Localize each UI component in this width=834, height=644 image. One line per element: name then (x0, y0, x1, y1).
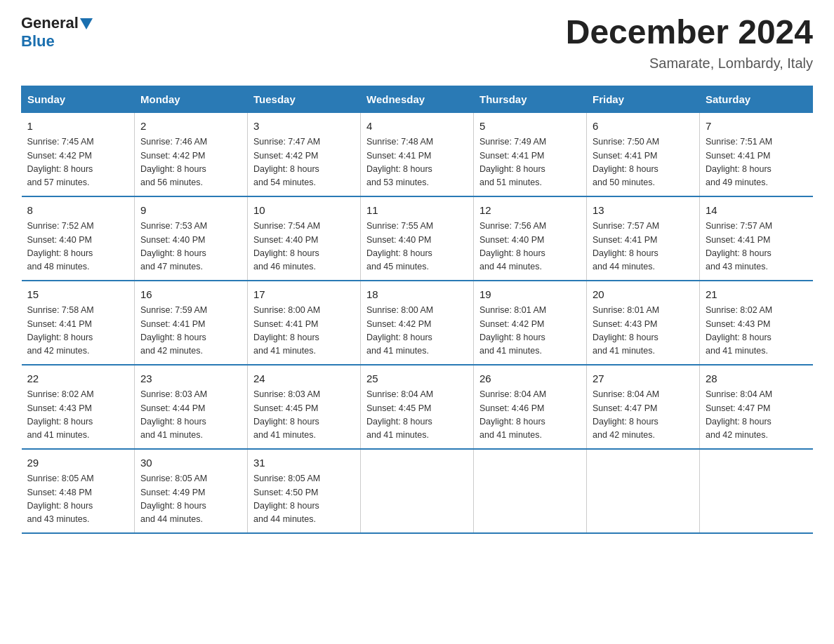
day-number: 9 (140, 203, 241, 219)
day-number: 26 (479, 371, 581, 387)
day-info: Sunrise: 7:52 AMSunset: 4:40 PMDaylight:… (27, 220, 129, 274)
day-info: Sunrise: 7:51 AMSunset: 4:41 PMDaylight:… (706, 135, 807, 190)
day-info: Sunrise: 8:00 AMSunset: 4:41 PMDaylight:… (253, 304, 355, 358)
day-info: Sunrise: 8:05 AMSunset: 4:48 PMDaylight:… (27, 472, 129, 527)
day-info: Sunrise: 8:02 AMSunset: 4:43 PMDaylight:… (706, 304, 807, 358)
day-info: Sunrise: 8:04 AMSunset: 4:46 PMDaylight:… (479, 388, 581, 443)
header-monday: Monday (135, 86, 248, 112)
logo-general: General (21, 14, 79, 32)
table-row: 16Sunrise: 7:59 AMSunset: 4:41 PMDayligh… (135, 281, 248, 365)
day-info: Sunrise: 8:03 AMSunset: 4:45 PMDaylight:… (253, 388, 355, 443)
page-header: General Blue December 2024 Samarate, Lom… (21, 14, 813, 72)
day-number: 25 (366, 371, 468, 387)
weekday-header-row: Sunday Monday Tuesday Wednesday Thursday… (22, 86, 813, 112)
day-info: Sunrise: 8:04 AMSunset: 4:47 PMDaylight:… (706, 388, 807, 443)
table-row: 26Sunrise: 8:04 AMSunset: 4:46 PMDayligh… (474, 365, 587, 449)
day-info: Sunrise: 7:45 AMSunset: 4:42 PMDaylight:… (27, 135, 129, 190)
header-saturday: Saturday (700, 86, 813, 112)
header-tuesday: Tuesday (248, 86, 361, 112)
day-number: 11 (366, 203, 468, 219)
table-row: 20Sunrise: 8:01 AMSunset: 4:43 PMDayligh… (587, 281, 700, 365)
table-row: 27Sunrise: 8:04 AMSunset: 4:47 PMDayligh… (587, 365, 700, 449)
header-thursday: Thursday (474, 86, 587, 112)
table-row: 7Sunrise: 7:51 AMSunset: 4:41 PMDaylight… (700, 112, 813, 196)
table-row: 25Sunrise: 8:04 AMSunset: 4:45 PMDayligh… (361, 365, 474, 449)
day-info: Sunrise: 7:57 AMSunset: 4:41 PMDaylight:… (593, 220, 694, 274)
day-number: 2 (140, 119, 241, 135)
calendar-week-row: 8Sunrise: 7:52 AMSunset: 4:40 PMDaylight… (22, 196, 813, 281)
calendar-subtitle: Samarate, Lombardy, Italy (566, 55, 813, 72)
table-row: 28Sunrise: 8:04 AMSunset: 4:47 PMDayligh… (700, 365, 813, 449)
day-info: Sunrise: 8:02 AMSunset: 4:43 PMDaylight:… (27, 388, 129, 443)
table-row: 13Sunrise: 7:57 AMSunset: 4:41 PMDayligh… (587, 196, 700, 281)
day-info: Sunrise: 8:05 AMSunset: 4:49 PMDaylight:… (140, 472, 241, 527)
header-friday: Friday (587, 86, 700, 112)
day-info: Sunrise: 8:03 AMSunset: 4:44 PMDaylight:… (140, 388, 241, 443)
day-info: Sunrise: 7:59 AMSunset: 4:41 PMDaylight:… (140, 304, 241, 358)
table-row: 18Sunrise: 8:00 AMSunset: 4:42 PMDayligh… (361, 281, 474, 365)
table-row: 29Sunrise: 8:05 AMSunset: 4:48 PMDayligh… (22, 449, 135, 533)
logo-arrow-icon (80, 18, 93, 29)
table-row: 22Sunrise: 8:02 AMSunset: 4:43 PMDayligh… (22, 365, 135, 449)
day-number: 19 (479, 287, 581, 303)
day-number: 21 (706, 287, 807, 303)
day-number: 30 (140, 455, 241, 471)
day-number: 7 (706, 119, 807, 135)
day-number: 5 (479, 119, 581, 135)
title-section: December 2024 Samarate, Lombardy, Italy (566, 14, 813, 72)
day-info: Sunrise: 8:04 AMSunset: 4:45 PMDaylight:… (366, 388, 468, 443)
day-number: 12 (479, 203, 581, 219)
day-info: Sunrise: 7:47 AMSunset: 4:42 PMDaylight:… (253, 135, 355, 190)
day-info: Sunrise: 7:50 AMSunset: 4:41 PMDaylight:… (593, 135, 694, 190)
day-info: Sunrise: 8:00 AMSunset: 4:42 PMDaylight:… (366, 304, 468, 358)
day-info: Sunrise: 8:05 AMSunset: 4:50 PMDaylight:… (253, 472, 355, 527)
table-row: 31Sunrise: 8:05 AMSunset: 4:50 PMDayligh… (248, 449, 361, 533)
table-row (361, 449, 474, 533)
logo-blue: Blue (21, 32, 55, 50)
day-number: 23 (140, 371, 241, 387)
day-number: 6 (593, 119, 694, 135)
calendar-title: December 2024 (566, 14, 813, 51)
calendar-week-row: 22Sunrise: 8:02 AMSunset: 4:43 PMDayligh… (22, 365, 813, 449)
table-row: 10Sunrise: 7:54 AMSunset: 4:40 PMDayligh… (248, 196, 361, 281)
day-info: Sunrise: 7:54 AMSunset: 4:40 PMDaylight:… (253, 220, 355, 274)
day-number: 4 (366, 119, 468, 135)
day-info: Sunrise: 8:01 AMSunset: 4:42 PMDaylight:… (479, 304, 581, 358)
day-info: Sunrise: 7:53 AMSunset: 4:40 PMDaylight:… (140, 220, 241, 274)
table-row: 23Sunrise: 8:03 AMSunset: 4:44 PMDayligh… (135, 365, 248, 449)
day-number: 10 (253, 203, 355, 219)
header-sunday: Sunday (22, 86, 135, 112)
day-number: 13 (593, 203, 694, 219)
table-row: 6Sunrise: 7:50 AMSunset: 4:41 PMDaylight… (587, 112, 700, 196)
table-row: 12Sunrise: 7:56 AMSunset: 4:40 PMDayligh… (474, 196, 587, 281)
day-number: 29 (27, 455, 129, 471)
table-row: 17Sunrise: 8:00 AMSunset: 4:41 PMDayligh… (248, 281, 361, 365)
table-row: 15Sunrise: 7:58 AMSunset: 4:41 PMDayligh… (22, 281, 135, 365)
day-info: Sunrise: 8:01 AMSunset: 4:43 PMDaylight:… (593, 304, 694, 358)
calendar-week-row: 29Sunrise: 8:05 AMSunset: 4:48 PMDayligh… (22, 449, 813, 533)
day-number: 31 (253, 455, 355, 471)
calendar-week-row: 1Sunrise: 7:45 AMSunset: 4:42 PMDaylight… (22, 112, 813, 196)
day-number: 3 (253, 119, 355, 135)
table-row: 24Sunrise: 8:03 AMSunset: 4:45 PMDayligh… (248, 365, 361, 449)
day-number: 14 (706, 203, 807, 219)
table-row: 5Sunrise: 7:49 AMSunset: 4:41 PMDaylight… (474, 112, 587, 196)
table-row: 9Sunrise: 7:53 AMSunset: 4:40 PMDaylight… (135, 196, 248, 281)
day-info: Sunrise: 7:57 AMSunset: 4:41 PMDaylight:… (706, 220, 807, 274)
day-number: 18 (366, 287, 468, 303)
header-wednesday: Wednesday (361, 86, 474, 112)
table-row: 3Sunrise: 7:47 AMSunset: 4:42 PMDaylight… (248, 112, 361, 196)
day-number: 17 (253, 287, 355, 303)
table-row (700, 449, 813, 533)
table-row: 19Sunrise: 8:01 AMSunset: 4:42 PMDayligh… (474, 281, 587, 365)
table-row (474, 449, 587, 533)
table-row: 4Sunrise: 7:48 AMSunset: 4:41 PMDaylight… (361, 112, 474, 196)
calendar-week-row: 15Sunrise: 7:58 AMSunset: 4:41 PMDayligh… (22, 281, 813, 365)
day-info: Sunrise: 8:04 AMSunset: 4:47 PMDaylight:… (593, 388, 694, 443)
day-info: Sunrise: 7:48 AMSunset: 4:41 PMDaylight:… (366, 135, 468, 190)
day-number: 20 (593, 287, 694, 303)
table-row: 30Sunrise: 8:05 AMSunset: 4:49 PMDayligh… (135, 449, 248, 533)
day-number: 27 (593, 371, 694, 387)
day-number: 22 (27, 371, 129, 387)
day-number: 16 (140, 287, 241, 303)
